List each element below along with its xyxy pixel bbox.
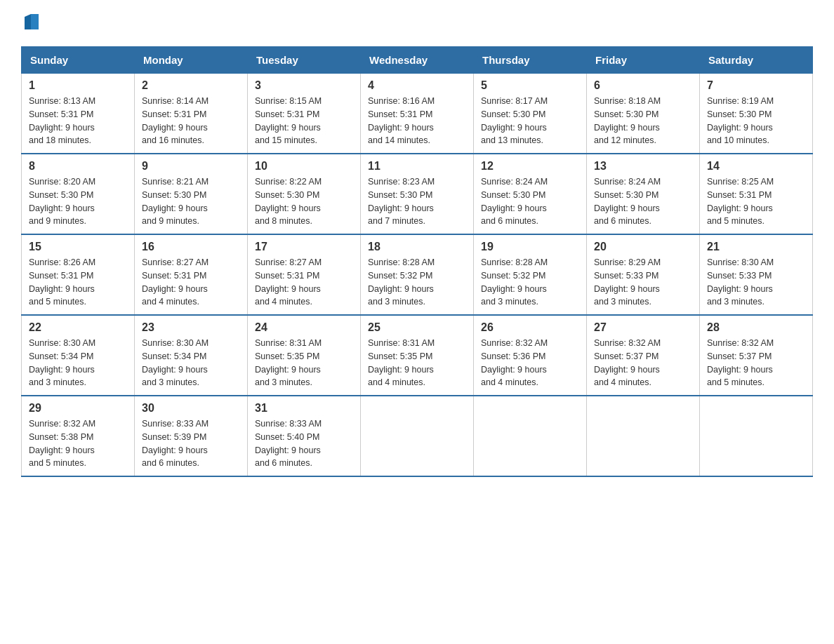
day-info: Sunrise: 8:31 AMSunset: 5:35 PMDaylight:… — [255, 338, 322, 387]
header-monday: Monday — [135, 47, 248, 74]
day-number: 14 — [707, 160, 805, 173]
table-cell: 17 Sunrise: 8:27 AMSunset: 5:31 PMDaylig… — [248, 234, 361, 315]
day-number: 21 — [707, 241, 805, 253]
day-number: 8 — [29, 160, 127, 173]
table-cell: 19 Sunrise: 8:28 AMSunset: 5:32 PMDaylig… — [474, 234, 587, 315]
day-number: 24 — [255, 321, 353, 334]
table-cell: 14 Sunrise: 8:25 AMSunset: 5:31 PMDaylig… — [700, 154, 813, 234]
day-info: Sunrise: 8:28 AMSunset: 5:32 PMDaylight:… — [481, 257, 548, 307]
day-info: Sunrise: 8:32 AMSunset: 5:37 PMDaylight:… — [707, 338, 774, 387]
day-number: 2 — [142, 79, 240, 92]
table-cell: 24 Sunrise: 8:31 AMSunset: 5:35 PMDaylig… — [248, 315, 361, 396]
day-number: 16 — [142, 241, 240, 253]
header-wednesday: Wednesday — [361, 47, 474, 74]
day-number: 10 — [255, 160, 353, 173]
table-cell: 25 Sunrise: 8:31 AMSunset: 5:35 PMDaylig… — [361, 315, 474, 396]
day-number: 4 — [368, 79, 466, 92]
day-number: 30 — [142, 402, 240, 415]
day-number: 31 — [255, 402, 353, 415]
day-info: Sunrise: 8:14 AMSunset: 5:31 PMDaylight:… — [142, 96, 208, 145]
day-info: Sunrise: 8:30 AMSunset: 5:34 PMDaylight:… — [142, 338, 208, 387]
header-tuesday: Tuesday — [248, 47, 361, 74]
day-info: Sunrise: 8:17 AMSunset: 5:30 PMDaylight:… — [481, 96, 548, 145]
table-cell: 10 Sunrise: 8:22 AMSunset: 5:30 PMDaylig… — [248, 154, 361, 234]
table-cell — [587, 396, 700, 476]
day-number: 29 — [29, 402, 127, 415]
day-info: Sunrise: 8:24 AMSunset: 5:30 PMDaylight:… — [481, 177, 548, 226]
day-number: 17 — [255, 241, 353, 253]
table-cell — [474, 396, 587, 476]
table-cell: 3 Sunrise: 8:15 AMSunset: 5:31 PMDayligh… — [248, 74, 361, 154]
day-info: Sunrise: 8:31 AMSunset: 5:35 PMDaylight:… — [368, 338, 435, 387]
week-row-4: 22 Sunrise: 8:30 AMSunset: 5:34 PMDaylig… — [22, 315, 813, 396]
table-cell: 23 Sunrise: 8:30 AMSunset: 5:34 PMDaylig… — [135, 315, 248, 396]
table-cell: 12 Sunrise: 8:24 AMSunset: 5:30 PMDaylig… — [474, 154, 587, 234]
svg-marker-3 — [31, 14, 39, 29]
table-cell: 21 Sunrise: 8:30 AMSunset: 5:33 PMDaylig… — [700, 234, 813, 315]
table-cell: 11 Sunrise: 8:23 AMSunset: 5:30 PMDaylig… — [361, 154, 474, 234]
table-cell: 20 Sunrise: 8:29 AMSunset: 5:33 PMDaylig… — [587, 234, 700, 315]
day-info: Sunrise: 8:29 AMSunset: 5:33 PMDaylight:… — [594, 257, 661, 307]
week-row-5: 29 Sunrise: 8:32 AMSunset: 5:38 PMDaylig… — [22, 396, 813, 476]
table-cell: 7 Sunrise: 8:19 AMSunset: 5:30 PMDayligh… — [700, 74, 813, 154]
day-info: Sunrise: 8:33 AMSunset: 5:40 PMDaylight:… — [255, 419, 322, 468]
header-friday: Friday — [587, 47, 700, 74]
day-number: 20 — [594, 241, 692, 253]
day-info: Sunrise: 8:32 AMSunset: 5:36 PMDaylight:… — [481, 338, 548, 387]
day-info: Sunrise: 8:20 AMSunset: 5:30 PMDaylight:… — [29, 177, 95, 226]
day-info: Sunrise: 8:25 AMSunset: 5:31 PMDaylight:… — [707, 177, 774, 226]
day-info: Sunrise: 8:32 AMSunset: 5:37 PMDaylight:… — [594, 338, 661, 387]
day-info: Sunrise: 8:23 AMSunset: 5:30 PMDaylight:… — [368, 177, 435, 226]
logo-line1 — [21, 14, 39, 32]
day-number: 28 — [707, 321, 805, 334]
table-cell: 26 Sunrise: 8:32 AMSunset: 5:36 PMDaylig… — [474, 315, 587, 396]
day-number: 3 — [255, 79, 353, 92]
table-cell: 22 Sunrise: 8:30 AMSunset: 5:34 PMDaylig… — [22, 315, 135, 396]
day-number: 25 — [368, 321, 466, 334]
day-number: 11 — [368, 160, 466, 173]
table-cell: 18 Sunrise: 8:28 AMSunset: 5:32 PMDaylig… — [361, 234, 474, 315]
day-number: 26 — [481, 321, 579, 334]
day-info: Sunrise: 8:15 AMSunset: 5:31 PMDaylight:… — [255, 96, 322, 145]
table-cell: 15 Sunrise: 8:26 AMSunset: 5:31 PMDaylig… — [22, 234, 135, 315]
day-info: Sunrise: 8:13 AMSunset: 5:31 PMDaylight:… — [29, 96, 95, 145]
table-cell: 4 Sunrise: 8:16 AMSunset: 5:31 PMDayligh… — [361, 74, 474, 154]
table-cell — [700, 396, 813, 476]
table-cell: 8 Sunrise: 8:20 AMSunset: 5:30 PMDayligh… — [22, 154, 135, 234]
table-cell: 9 Sunrise: 8:21 AMSunset: 5:30 PMDayligh… — [135, 154, 248, 234]
day-info: Sunrise: 8:30 AMSunset: 5:34 PMDaylight:… — [29, 338, 95, 387]
header-saturday: Saturday — [700, 47, 813, 74]
day-info: Sunrise: 8:22 AMSunset: 5:30 PMDaylight:… — [255, 177, 322, 226]
day-number: 5 — [481, 79, 579, 92]
day-number: 15 — [29, 241, 127, 253]
day-info: Sunrise: 8:32 AMSunset: 5:38 PMDaylight:… — [29, 419, 95, 468]
day-number: 13 — [594, 160, 692, 173]
week-row-1: 1 Sunrise: 8:13 AMSunset: 5:31 PMDayligh… — [22, 74, 813, 154]
day-info: Sunrise: 8:27 AMSunset: 5:31 PMDaylight:… — [142, 257, 208, 307]
day-number: 22 — [29, 321, 127, 334]
table-cell: 1 Sunrise: 8:13 AMSunset: 5:31 PMDayligh… — [22, 74, 135, 154]
day-info: Sunrise: 8:16 AMSunset: 5:31 PMDaylight:… — [368, 96, 435, 145]
day-number: 27 — [594, 321, 692, 334]
header-thursday: Thursday — [474, 47, 587, 74]
day-info: Sunrise: 8:21 AMSunset: 5:30 PMDaylight:… — [142, 177, 208, 226]
day-number: 7 — [707, 79, 805, 92]
header-sunday: Sunday — [22, 47, 135, 74]
week-row-3: 15 Sunrise: 8:26 AMSunset: 5:31 PMDaylig… — [22, 234, 813, 315]
table-cell — [361, 396, 474, 476]
day-info: Sunrise: 8:27 AMSunset: 5:31 PMDaylight:… — [255, 257, 322, 307]
calendar-table: SundayMondayTuesdayWednesdayThursdayFrid… — [21, 46, 813, 477]
calendar-header-row: SundayMondayTuesdayWednesdayThursdayFrid… — [22, 47, 813, 74]
table-cell: 30 Sunrise: 8:33 AMSunset: 5:39 PMDaylig… — [135, 396, 248, 476]
table-cell: 29 Sunrise: 8:32 AMSunset: 5:38 PMDaylig… — [22, 396, 135, 476]
day-number: 9 — [142, 160, 240, 173]
day-number: 19 — [481, 241, 579, 253]
day-number: 6 — [594, 79, 692, 92]
svg-marker-2 — [25, 14, 31, 29]
day-info: Sunrise: 8:33 AMSunset: 5:39 PMDaylight:… — [142, 419, 208, 468]
table-cell: 27 Sunrise: 8:32 AMSunset: 5:37 PMDaylig… — [587, 315, 700, 396]
table-cell: 2 Sunrise: 8:14 AMSunset: 5:31 PMDayligh… — [135, 74, 248, 154]
day-number: 1 — [29, 79, 127, 92]
page-header — [21, 14, 813, 32]
week-row-2: 8 Sunrise: 8:20 AMSunset: 5:30 PMDayligh… — [22, 154, 813, 234]
